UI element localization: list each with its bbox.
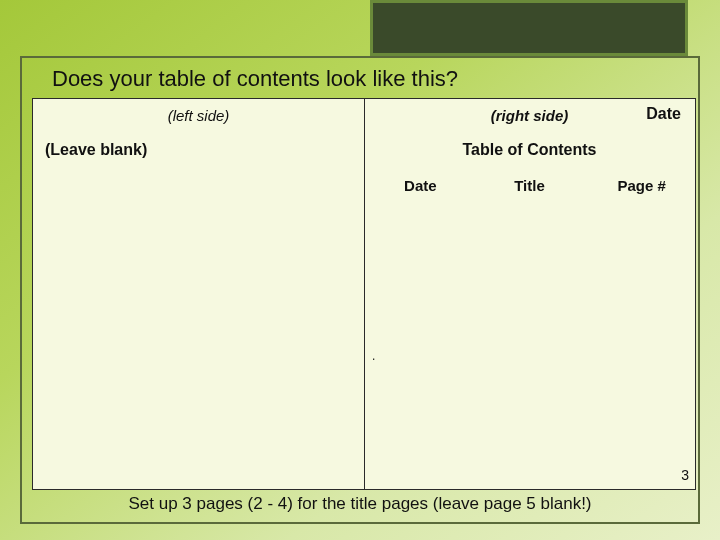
leave-blank-text: (Leave blank): [45, 141, 147, 159]
left-pane: (left side) (Leave blank): [33, 99, 364, 489]
col-date-header: Date: [364, 177, 457, 194]
decorative-block: [370, 0, 688, 56]
slide-frame: Does your table of contents look like th…: [20, 56, 700, 524]
slide-title: Does your table of contents look like th…: [52, 66, 458, 92]
date-top-label: Date: [646, 105, 681, 123]
right-pane: (right side) Date Table of Contents Date…: [364, 99, 695, 489]
col-title-header: Title: [457, 177, 603, 194]
page-number: 3: [681, 467, 689, 483]
toc-title: Table of Contents: [364, 141, 695, 159]
center-dot: .: [372, 349, 375, 363]
left-side-label: (left side): [33, 107, 364, 124]
col-page-header: Page #: [602, 177, 695, 194]
column-headers: Date Title Page #: [364, 177, 695, 194]
footer-instruction: Set up 3 pages (2 - 4) for the title pag…: [22, 494, 698, 514]
notebook: (left side) (Leave blank) (right side) D…: [32, 98, 696, 490]
